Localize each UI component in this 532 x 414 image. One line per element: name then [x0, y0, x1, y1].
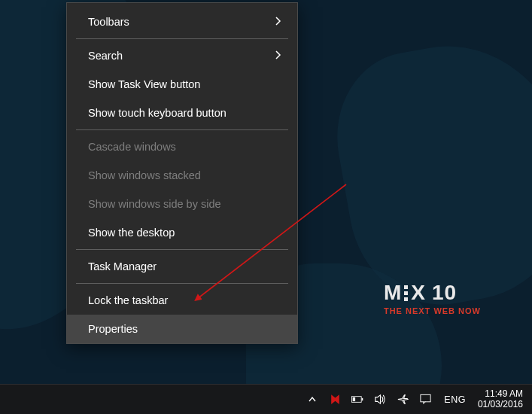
svg-rect-3 [353, 397, 355, 401]
brand-subtitle: THE NEXT WEB NOW [384, 306, 481, 315]
menu-item-label: Show touch keyboard button [88, 107, 226, 119]
menu-item-cascade-windows: Cascade windows [67, 132, 297, 161]
menu-item-lock-the-taskbar[interactable]: Lock the taskbar [67, 286, 297, 315]
battery-icon[interactable] [351, 393, 364, 406]
menu-item-label: Show the desktop [88, 227, 175, 239]
menu-item-show-windows-stacked: Show windows stacked [67, 161, 297, 190]
menu-separator [67, 127, 297, 132]
menu-item-properties[interactable]: Properties [67, 315, 297, 343]
brand-title-num: 10 [432, 281, 457, 305]
wallpaper-brand: M X 10 THE NEXT WEB NOW [384, 281, 481, 315]
menu-item-label: Show windows stacked [88, 169, 201, 181]
airplane-mode-icon[interactable] [396, 393, 409, 406]
chevron-right-icon [273, 16, 282, 28]
brand-dots-icon [404, 285, 408, 301]
svg-rect-2 [361, 398, 363, 400]
menu-item-label: Search [88, 50, 123, 62]
menu-item-label: Lock the taskbar [88, 294, 168, 306]
menu-item-show-task-view-button[interactable]: Show Task View button [67, 70, 297, 99]
menu-item-show-the-desktop[interactable]: Show the desktop [67, 218, 297, 247]
menu-separator [67, 281, 297, 286]
language-indicator[interactable]: ENG [441, 394, 469, 405]
kaspersky-icon[interactable] [328, 393, 342, 406]
chevron-right-icon [273, 50, 282, 62]
menu-item-label: Show windows side by side [88, 198, 221, 210]
taskbar[interactable]: ENG 11:49 AM 01/03/2016 [0, 384, 532, 414]
menu-item-label: Task Manager [88, 260, 157, 272]
menu-separator [67, 247, 297, 252]
menu-item-label: Show Task View button [88, 78, 200, 90]
menu-item-task-manager[interactable]: Task Manager [67, 252, 297, 281]
menu-item-label: Cascade windows [88, 141, 176, 153]
menu-item-toolbars[interactable]: Toolbars [67, 8, 297, 36]
clock[interactable]: 11:49 AM 01/03/2016 [476, 389, 527, 410]
brand-title: M X 10 [384, 281, 481, 305]
svg-rect-4 [421, 394, 430, 401]
show-hidden-icons[interactable] [306, 393, 319, 406]
menu-item-search[interactable]: Search [67, 41, 297, 70]
menu-item-label: Toolbars [88, 16, 129, 28]
clock-time: 11:49 AM [485, 389, 523, 400]
action-center-icon[interactable] [418, 393, 432, 406]
menu-separator [67, 36, 297, 41]
menu-item-show-windows-side-by-side: Show windows side by side [67, 190, 297, 218]
taskbar-context-menu[interactable]: ToolbarsSearchShow Task View buttonShow … [66, 2, 298, 344]
brand-title-b: X [411, 281, 426, 305]
system-tray: ENG [306, 393, 476, 406]
clock-date: 01/03/2016 [478, 400, 523, 410]
volume-icon[interactable] [373, 393, 387, 406]
brand-title-a: M [384, 281, 402, 305]
menu-item-label: Properties [88, 323, 138, 335]
menu-item-show-touch-keyboard-button[interactable]: Show touch keyboard button [67, 99, 297, 127]
